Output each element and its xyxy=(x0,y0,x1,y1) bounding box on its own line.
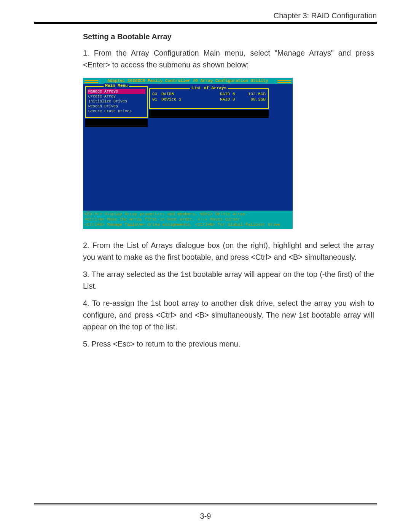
help-line-2: <Ctrl+B> Make the Array first in boot or… xyxy=(84,217,291,222)
step-1: 1. From the Array Configuration Main men… xyxy=(83,47,374,71)
main-menu-label: Main Menu xyxy=(104,83,129,88)
menu-secure-erase-drives[interactable]: Secure Erase Drives xyxy=(88,109,145,114)
footer-rule xyxy=(34,503,377,505)
header-rule xyxy=(34,22,377,24)
step-2: 2. From the List of Arrays dialogue box … xyxy=(83,240,374,263)
list-of-arrays-panel: List of Arrays 00 RAID5 RAID 5 102.5GB 0… xyxy=(149,88,269,109)
step-4: 4. To re-assign the 1st boot array to an… xyxy=(83,297,374,333)
bios-help-bar: <Enter> Display Array properties and mem… xyxy=(83,211,293,229)
menu-rescan-drives[interactable]: Rescan Drives xyxy=(88,104,145,109)
menu-create-array[interactable]: Create Array xyxy=(88,94,145,99)
step-5: 5. Press <Esc> to return to the previous… xyxy=(83,338,374,350)
menu-manage-arrays[interactable]: Manage Arrays xyxy=(88,89,145,94)
step-3: 3. The array selected as the 1st bootabl… xyxy=(83,268,374,292)
chapter-header: Chapter 3: RAID Configuration xyxy=(34,11,377,20)
help-line-1: <Enter> Display Array properties and mem… xyxy=(84,211,291,217)
content-column: Setting a Bootable Array 1. From the Arr… xyxy=(83,32,374,355)
shadow-block-2 xyxy=(149,110,269,118)
main-menu-panel: Main Menu Manage Arrays Create Array Ini… xyxy=(85,86,148,118)
shadow-block-1 xyxy=(85,119,148,127)
array-row-0[interactable]: 00 RAID5 RAID 5 102.5GB xyxy=(152,91,266,97)
array-row-1[interactable]: 01 Device 2 RAID 0 68.3GB xyxy=(152,97,266,102)
page: Chapter 3: RAID Configuration Setting a … xyxy=(0,0,411,532)
menu-initialize-drives[interactable]: Initialize Drives xyxy=(88,99,145,104)
bios-title-bar: Adaptec 2020ZCR Family Controller #0 Arr… xyxy=(83,78,293,84)
help-line-3: <Ctrl+S> Manage failover drive assignmen… xyxy=(84,222,291,227)
section-heading: Setting a Bootable Array xyxy=(83,32,374,41)
list-of-arrays-label: List of Arrays xyxy=(190,86,228,90)
page-number: 3-9 xyxy=(0,512,411,521)
bios-screenshot: Adaptec 2020ZCR Family Controller #0 Arr… xyxy=(83,78,293,229)
